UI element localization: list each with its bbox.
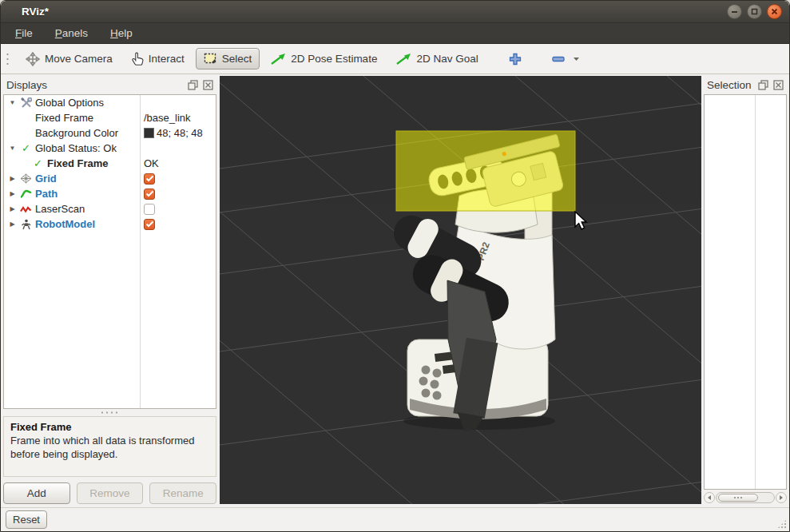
tool-interact[interactable]: Interact <box>124 47 193 70</box>
tree-row-background-color[interactable]: Background Color 48; 48; 48 <box>4 125 216 141</box>
grid-enabled-checkbox[interactable] <box>144 173 155 185</box>
row-label: RobotModel <box>35 218 95 230</box>
remove-tool-button[interactable] <box>544 51 588 67</box>
displays-panel: Displays ▼ <box>1 74 218 507</box>
float-panel-icon[interactable] <box>758 80 768 90</box>
expander-open[interactable]: ▼ <box>8 99 17 106</box>
close-icon <box>771 8 778 15</box>
fixed-frame-value[interactable]: /base_link <box>140 110 216 125</box>
tool-label: Move Camera <box>45 53 113 65</box>
minimize-icon <box>731 8 738 15</box>
tree-row-path[interactable]: ▶ Path <box>4 186 216 201</box>
rename-display-button[interactable]: Rename <box>149 482 216 504</box>
row-label: Global Options <box>35 97 104 109</box>
scroll-left-arrow[interactable] <box>704 492 715 503</box>
check-icon <box>145 190 154 197</box>
window-title: RViz* <box>1 6 49 18</box>
close-button[interactable] <box>767 4 782 19</box>
tool-2d-nav-goal[interactable]: 2D Nav Goal <box>388 48 486 69</box>
row-label: Grid <box>35 173 57 185</box>
reset-button[interactable]: Reset <box>6 510 47 529</box>
add-display-button[interactable]: Add <box>3 482 70 504</box>
row-label: Fixed Frame <box>35 112 93 124</box>
plus-icon <box>509 53 522 66</box>
displays-tree: ▼ Global Options <box>3 94 216 409</box>
tool-move-camera[interactable]: Move Camera <box>18 47 121 71</box>
minus-icon <box>552 56 565 62</box>
robot-icon <box>20 218 32 230</box>
selection-list[interactable] <box>704 94 787 490</box>
selection-hscrollbar[interactable] <box>704 491 787 504</box>
tool-label: 2D Pose Estimate <box>291 53 377 65</box>
render-viewport-3d[interactable]: PR2 <box>220 76 701 504</box>
green-arrow-icon <box>396 53 411 65</box>
scrollbar-thumb[interactable] <box>718 494 758 502</box>
help-body: Frame into which all data is transformed… <box>10 435 209 462</box>
selection-panel: Selection <box>702 74 789 507</box>
3d-scene: PR2 <box>220 76 701 504</box>
tool-label: Interact <box>149 53 185 65</box>
add-tool-button[interactable] <box>501 48 530 70</box>
selection-column-divider <box>755 95 756 489</box>
tree-row-robotmodel[interactable]: ▶ RobotModel <box>4 216 216 232</box>
tree-row-global-status[interactable]: ▼ ✓ Global Status: Ok <box>4 141 216 156</box>
tool-select[interactable]: Select <box>196 48 260 69</box>
scroll-right-arrow[interactable] <box>776 492 787 503</box>
expander-closed[interactable]: ▶ <box>8 220 17 228</box>
toolbar: Move Camera Interact Select 2D Pose Esti… <box>1 44 789 74</box>
tools-icon <box>20 97 32 109</box>
laserscan-enabled-checkbox[interactable] <box>144 204 155 215</box>
background-color-value[interactable]: 48; 48; 48 <box>140 125 216 141</box>
menubar: File Panels Help <box>1 23 789 44</box>
tool-label: 2D Nav Goal <box>416 53 478 65</box>
green-arrow-icon <box>271 53 286 65</box>
tree-column-divider[interactable] <box>140 95 141 408</box>
window-resize-grip[interactable] <box>777 519 787 529</box>
displays-buttons: Add Remove Rename <box>3 482 216 504</box>
titlebar[interactable]: RViz* <box>1 1 789 23</box>
color-swatch <box>144 128 154 138</box>
expander-closed[interactable]: ▶ <box>8 205 17 212</box>
tree-row-laserscan[interactable]: ▶ LaserScan <box>4 201 216 216</box>
close-panel-icon[interactable] <box>773 80 784 90</box>
help-splitter[interactable] <box>3 409 216 416</box>
tree-row-fixed-frame[interactable]: Fixed Frame /base_link <box>4 110 216 125</box>
tool-label: Select <box>222 53 252 65</box>
tree-row-global-options[interactable]: ▼ Global Options <box>4 95 216 110</box>
maximize-button[interactable] <box>747 4 762 19</box>
toolbar-grip[interactable] <box>6 50 10 68</box>
tool-2d-pose-estimate[interactable]: 2D Pose Estimate <box>263 48 385 69</box>
selection-header: Selection <box>704 76 787 94</box>
robotmodel-enabled-checkbox[interactable] <box>144 219 155 230</box>
select-box-icon <box>204 53 217 65</box>
float-panel-icon[interactable] <box>188 80 198 90</box>
remove-display-button[interactable]: Remove <box>77 482 144 504</box>
status-ok-check-icon: ✓ <box>32 157 44 169</box>
menu-help[interactable]: Help <box>102 25 141 42</box>
status-value: OK <box>140 156 216 171</box>
scrollbar-track[interactable] <box>716 492 775 503</box>
row-label: Path <box>35 188 58 200</box>
selection-title: Selection <box>707 79 752 91</box>
expander-closed[interactable]: ▶ <box>8 175 17 182</box>
mouse-cursor <box>575 212 586 229</box>
statusbar: Reset <box>1 507 789 531</box>
laserscan-icon <box>20 203 32 215</box>
menu-file[interactable]: File <box>7 25 41 42</box>
close-panel-icon[interactable] <box>203 80 213 90</box>
chevron-down-icon <box>573 57 580 62</box>
expander-open[interactable]: ▼ <box>8 145 17 152</box>
row-label: LaserScan <box>35 203 85 215</box>
row-label: Fixed Frame <box>47 157 109 169</box>
check-icon <box>145 175 154 182</box>
path-enabled-checkbox[interactable] <box>144 189 155 200</box>
row-label: Global Status: Ok <box>35 142 117 154</box>
menu-panels[interactable]: Panels <box>47 25 96 42</box>
tree-row-status-fixed-frame[interactable]: ✓ Fixed Frame OK <box>4 156 216 171</box>
minimize-button[interactable] <box>727 4 742 19</box>
tree-row-grid[interactable]: ▶ Grid <box>4 171 216 186</box>
check-icon <box>145 220 154 228</box>
expander-closed[interactable]: ▶ <box>8 190 17 197</box>
property-help-box: Fixed Frame Frame into which all data is… <box>3 416 216 477</box>
displays-title: Displays <box>6 79 47 91</box>
